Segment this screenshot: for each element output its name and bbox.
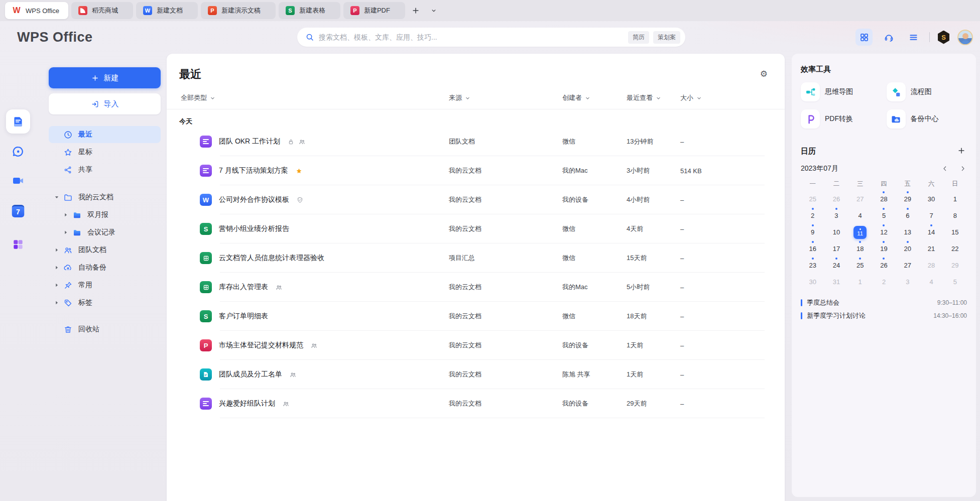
sidebar-item-会议记录[interactable]: 会议记录 xyxy=(49,224,161,241)
table-row[interactable]: 兴趣爱好组队计划我的云文档我的设备29天前– xyxy=(167,389,785,418)
table-row[interactable]: 7 月线下活动策划方案我的云文档我的Mac3小时前514 KB xyxy=(167,156,785,185)
calendar-day[interactable]: 4 xyxy=(848,207,872,224)
calendar-day[interactable]: 10 xyxy=(824,224,848,240)
caret-right-icon[interactable] xyxy=(53,299,60,306)
tab-home[interactable]: WWPS Office xyxy=(5,2,68,19)
caret-right-icon[interactable] xyxy=(53,282,60,289)
tab-document-4[interactable]: S新建表格 xyxy=(279,2,340,19)
rail-meetings[interactable] xyxy=(12,174,25,187)
caret-right-icon[interactable] xyxy=(53,246,60,254)
table-row[interactable]: 云文档管人员信息统计表理器验收项目汇总微信15天前– xyxy=(167,243,785,273)
table-row[interactable]: 库存出入管理表我的云文档我的Mac5小时前– xyxy=(167,273,785,302)
calendar-day[interactable]: 17 xyxy=(824,240,848,257)
calendar-day[interactable]: 19 xyxy=(872,240,896,257)
calendar-day[interactable]: 22 xyxy=(943,240,967,257)
calendar-day[interactable]: 20 xyxy=(896,240,919,257)
caret-right-icon[interactable] xyxy=(53,264,60,271)
table-row[interactable]: P市场主体登记提交材料规范我的云文档我的设备1天前– xyxy=(167,331,785,360)
calendar-day[interactable]: 26 xyxy=(872,257,896,274)
calendar-day[interactable]: 12 xyxy=(872,224,896,240)
calendar-day[interactable]: 3 xyxy=(896,274,919,290)
filter-全部类型[interactable]: 全部类型 xyxy=(181,93,216,102)
rail-chat[interactable] xyxy=(12,145,25,158)
calendar-day[interactable]: 30 xyxy=(919,191,943,207)
tool-PDF转换[interactable]: PDF转换 xyxy=(801,109,882,129)
calendar-day[interactable]: 21 xyxy=(919,240,943,257)
calendar-day[interactable]: 29 xyxy=(896,191,919,207)
calendar-day[interactable]: 3 xyxy=(824,207,848,224)
import-button[interactable]: 导入 xyxy=(49,93,161,114)
avatar[interactable] xyxy=(957,30,973,45)
search-hot-chip[interactable]: 策划案 xyxy=(653,31,680,44)
calendar-day[interactable]: 14 xyxy=(919,224,943,240)
calendar-day[interactable]: 18 xyxy=(848,240,872,257)
filter-创建者[interactable]: 创建者 xyxy=(562,93,591,102)
sidebar-item-星标[interactable]: 星标 xyxy=(49,144,161,161)
rail-calendar[interactable]: 7 xyxy=(12,205,25,217)
calendar-day[interactable]: 25 xyxy=(848,257,872,274)
sidebar-item-共享[interactable]: 共享 xyxy=(49,161,161,178)
calendar-day[interactable]: 2 xyxy=(801,207,824,224)
calendar-day[interactable]: 27 xyxy=(848,191,872,207)
calendar-next-button[interactable] xyxy=(959,165,967,173)
calendar-day[interactable]: 26 xyxy=(824,191,848,207)
table-row[interactable]: S营销小组业绩分析报告我的云文档微信4天前– xyxy=(167,214,785,243)
calendar-day[interactable]: 2 xyxy=(872,274,896,290)
sidebar-item-回收站[interactable]: 回收站 xyxy=(49,321,161,338)
calendar-day[interactable]: 13 xyxy=(896,224,919,240)
caret-down-icon[interactable] xyxy=(53,194,60,201)
search-hot-chip[interactable]: 简历 xyxy=(628,31,649,44)
calendar-day[interactable]: 28 xyxy=(872,191,896,207)
calendar-day-selected[interactable]: 11 xyxy=(848,224,872,240)
caret-right-icon[interactable] xyxy=(62,229,69,236)
calendar-day[interactable]: 5 xyxy=(943,274,967,290)
tab-document-5[interactable]: P新建PDF xyxy=(343,2,405,19)
rail-docs-home[interactable] xyxy=(6,109,30,134)
filter-大小[interactable]: 大小 xyxy=(680,93,702,102)
calendar-day[interactable]: 8 xyxy=(943,207,967,224)
tab-document-2[interactable]: W新建文档 xyxy=(136,2,198,19)
search-input[interactable] xyxy=(319,33,624,41)
calendar-day[interactable]: 1 xyxy=(848,274,872,290)
rail-apps[interactable] xyxy=(12,238,25,251)
table-row[interactable]: W公司对外合作协议模板我的云文档我的设备4小时前– xyxy=(167,185,785,214)
calendar-event[interactable]: 新季度学习计划讨论14:30–16:00 xyxy=(801,309,967,322)
calendar-day[interactable]: 31 xyxy=(824,274,848,290)
sidebar-item-标签[interactable]: 标签 xyxy=(49,294,161,311)
calendar-day[interactable]: 9 xyxy=(801,224,824,240)
apps-grid-button[interactable] xyxy=(855,29,873,46)
calendar-day[interactable]: 30 xyxy=(801,274,824,290)
calendar-day[interactable]: 23 xyxy=(801,257,824,274)
tool-流程图[interactable]: 流程图 xyxy=(887,82,967,101)
member-badge[interactable]: S xyxy=(937,31,950,44)
table-row[interactable]: S客户订单明细表我的云文档微信18天前– xyxy=(167,302,785,331)
tool-思维导图[interactable]: 思维导图 xyxy=(801,82,882,101)
calendar-day[interactable]: 7 xyxy=(919,207,943,224)
filter-最近查看[interactable]: 最近查看 xyxy=(627,93,662,102)
menu-button[interactable] xyxy=(905,29,922,46)
add-event-button[interactable] xyxy=(956,146,967,157)
table-row[interactable]: 团队 OKR 工作计划团队文档微信13分钟前– xyxy=(167,127,785,156)
filter-来源[interactable]: 来源 xyxy=(449,93,471,102)
calendar-day[interactable]: 24 xyxy=(824,257,848,274)
settings-gear-icon[interactable]: ⚙ xyxy=(760,70,768,78)
calendar-day[interactable]: 28 xyxy=(919,257,943,274)
calendar-day[interactable]: 27 xyxy=(896,257,919,274)
sidebar-item-最近[interactable]: 最近 xyxy=(49,126,161,143)
headset-button[interactable] xyxy=(880,29,897,46)
calendar-day[interactable]: 6 xyxy=(896,207,919,224)
calendar-day[interactable]: 25 xyxy=(801,191,824,207)
tool-备份中心[interactable]: 备份中心 xyxy=(887,109,967,129)
calendar-event[interactable]: 季度总结会9:30–11:00 xyxy=(801,296,967,309)
caret-right-icon[interactable] xyxy=(62,211,69,218)
calendar-day[interactable]: 5 xyxy=(872,207,896,224)
calendar-day[interactable]: 4 xyxy=(919,274,943,290)
search-bar[interactable]: 简历策划案 xyxy=(297,28,685,47)
tab-document-3[interactable]: P新建演示文稿 xyxy=(201,2,276,19)
table-row[interactable]: 团队成员及分工名单我的云文档陈旭 共享1天前– xyxy=(167,360,785,389)
sidebar-item-我的云文档[interactable]: 我的云文档 xyxy=(49,189,161,206)
calendar-prev-button[interactable] xyxy=(941,165,949,173)
sidebar-item-双月报[interactable]: 双月报 xyxy=(49,206,161,223)
tab-document-1[interactable]: 稻壳商城 xyxy=(71,2,133,19)
calendar-day[interactable]: 1 xyxy=(943,191,967,207)
